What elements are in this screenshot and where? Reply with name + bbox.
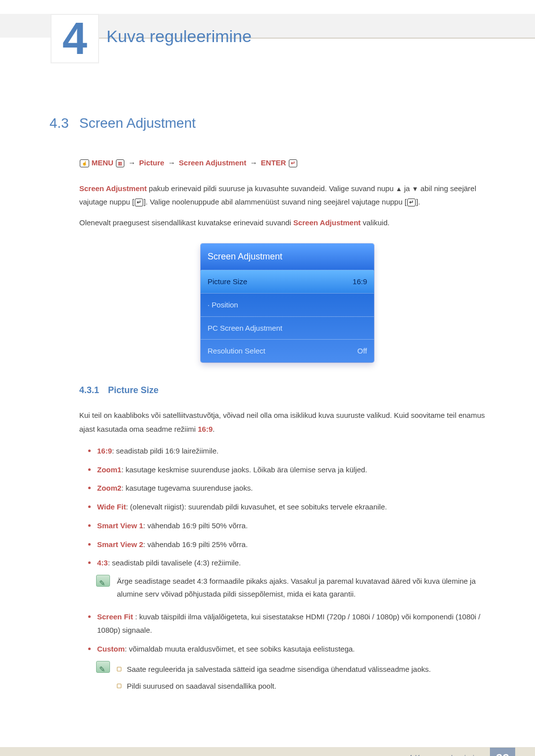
enter-icon: [289, 159, 297, 167]
note-sub-list: Saate reguleerida ja salvestada sätteid …: [117, 663, 495, 693]
osd-row-value: 16:9: [353, 275, 367, 289]
section-number: 4.3: [50, 110, 79, 136]
up-arrow-icon: [396, 184, 402, 193]
osd-row-label: Picture Size: [208, 275, 247, 289]
remote-icon: ☝: [80, 159, 89, 167]
menu-step-screen-adj: Screen Adjustment: [179, 158, 246, 167]
list-item: Smart View 1: vähendab 16:9 pilti 50% võ…: [88, 519, 495, 533]
list-item: 16:9: seadistab pildi 16:9 lairežiimile.: [88, 444, 495, 458]
osd-row-resolution[interactable]: Resolution Select Off: [201, 339, 374, 362]
menu-step-picture: Picture: [139, 158, 164, 167]
section-header: 4.3 Screen Adjustment: [50, 110, 495, 136]
list-item: Screen Fit : kuvab täispildi ilma väljal…: [88, 610, 495, 638]
chapter-number-box: 4: [51, 14, 99, 63]
down-arrow-icon: [412, 184, 419, 193]
chapter-header: 4 Kuva reguleerimine: [0, 14, 535, 63]
list-item: 4:3: seadistab pildi tavalisele (4:3) re…: [88, 556, 495, 570]
picture-size-list: 16:9: seadistab pildi 16:9 lairežiimile.…: [88, 444, 495, 570]
osd-panel: Screen Adjustment Picture Size 16:9 · Po…: [201, 244, 374, 362]
page-number: 99: [490, 748, 515, 756]
menu-icon: ▥: [116, 159, 124, 167]
osd-row-picture-size[interactable]: Picture Size 16:9: [201, 270, 374, 293]
list-item: Zoom1: kasutage keskmise suurenduse jaok…: [88, 463, 495, 477]
list-item: Zoom2: kasutage tugevama suurenduse jaok…: [88, 481, 495, 495]
osd-row-label: PC Screen Adjustment: [208, 321, 282, 335]
menu-label: MENU: [92, 158, 113, 167]
osd-title: Screen Adjustment: [201, 244, 374, 270]
note-icon: [96, 661, 110, 673]
list-item: Saate reguleerida ja salvestada sätteid …: [117, 663, 495, 676]
note-4-3-warning: Ärge seadistage seadet 4:3 formaadile pi…: [96, 575, 495, 601]
footer: 4 Kuva reguleerimine 99: [0, 747, 535, 756]
subsection-title: Picture Size: [108, 382, 159, 399]
picture-size-list-2: Screen Fit : kuvab täispildi ilma väljal…: [88, 610, 495, 656]
footer-label: 4 Kuva reguleerimine: [408, 754, 490, 756]
menu-enter: ENTER: [261, 158, 286, 167]
note-custom: Saate reguleerida ja salvestada sätteid …: [96, 661, 495, 697]
enter-icon: [407, 199, 416, 206]
enter-icon: [135, 199, 143, 206]
list-item: Smart View 2: vähendab 16:9 pilti 25% võ…: [88, 538, 495, 552]
section-title: Screen Adjustment: [79, 110, 196, 136]
osd-row-value: Off: [357, 344, 367, 358]
subsection-header: 4.3.1 Picture Size: [79, 382, 495, 399]
intro-paragraph-2: Olenevalt praegusest sisendallikast kuva…: [79, 216, 495, 230]
subsection-number: 4.3.1: [79, 382, 108, 399]
osd-row-pc-screen[interactable]: PC Screen Adjustment: [201, 316, 374, 340]
osd-row-label: Resolution Select: [208, 344, 266, 358]
picture-size-intro: Kui teil on kaabliboks või satelliitvast…: [79, 408, 495, 436]
menu-path: ☝ MENU ▥ → Picture → Screen Adjustment →…: [79, 156, 495, 170]
osd-row-position[interactable]: · Position: [201, 293, 374, 316]
intro-paragraph-1: Screen Adjustment pakub erinevaid pildi …: [79, 182, 495, 209]
osd-row-label: · Position: [208, 298, 238, 312]
list-item: Wide Fit: (olenevalt riigist): suurendab…: [88, 500, 495, 514]
list-item: Custom: võimaldab muuta eraldusvõimet, e…: [88, 642, 495, 656]
chapter-title: Kuva reguleerimine: [107, 27, 252, 46]
note-text: Ärge seadistage seadet 4:3 formaadile pi…: [117, 575, 495, 601]
chapter-number: 4: [62, 16, 87, 61]
note-icon: [96, 575, 110, 587]
list-item: Pildi suurused on saadaval sisendallika …: [117, 680, 495, 693]
